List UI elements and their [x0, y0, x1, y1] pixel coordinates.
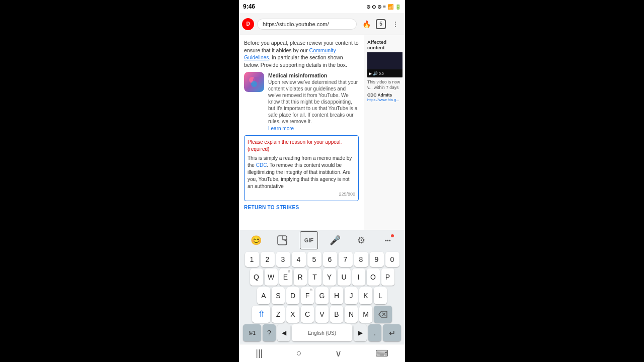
key-5[interactable]: 5 [307, 252, 321, 267]
key-p[interactable]: P [381, 268, 394, 286]
status-bar: 9:46 ⊙ ⊙ ⊙ ≡ 📶 🔋 [239, 0, 405, 13]
violation-box: Medical misinformation Upon review we've… [244, 72, 359, 133]
char-count: 225/800 [248, 191, 355, 198]
more-button[interactable]: ••• [379, 231, 397, 249]
enter-key[interactable]: ↵ [383, 324, 401, 341]
key-u[interactable]: U [338, 268, 351, 286]
video-url: https://www.fda.g... [367, 98, 402, 102]
violation-desc: Upon review we've determined that your c… [268, 79, 359, 125]
right-arrow-key[interactable]: ▶ [354, 324, 367, 341]
key-4[interactable]: 4 [292, 252, 306, 267]
key-e[interactable]: E@ [279, 268, 292, 286]
microphone-button[interactable]: 🎤 [326, 231, 344, 249]
asdf-row: A S D F% G H J K L [240, 287, 404, 304]
return-to-strikes-link[interactable]: RETURN TO STRIKES [244, 204, 359, 211]
key-g[interactable]: G [315, 287, 329, 304]
key-z[interactable]: Z [272, 306, 285, 323]
key-r[interactable]: R [294, 268, 307, 286]
key-7[interactable]: 7 [339, 252, 353, 267]
shift-key[interactable]: ⇧ [252, 306, 270, 323]
key-c[interactable]: C [301, 306, 314, 323]
video-thumbnail: ▶ 🔊 0:0 [367, 52, 403, 77]
key-x[interactable]: X [286, 306, 299, 323]
status-time: 9:46 [243, 3, 255, 10]
play-icon[interactable]: ▶ [369, 71, 372, 76]
question-key[interactable]: ? [263, 324, 276, 341]
qwerty-row: Q W E@ R T Y U I O P [240, 268, 404, 286]
menu-button[interactable]: ⋮ [389, 18, 402, 31]
key-j[interactable]: J [345, 287, 358, 304]
medical-misinformation-icon [248, 76, 260, 88]
svg-point-2 [251, 81, 257, 87]
video-status: This video is now v... within 7 days [367, 79, 402, 90]
violation-info: Medical misinformation Upon review we've… [268, 72, 359, 133]
phone-frame: 9:46 ⊙ ⊙ ⊙ ≡ 📶 🔋 D https://studio.youtub… [239, 0, 405, 362]
key-t[interactable]: T [308, 268, 321, 286]
violation-icon [244, 72, 264, 92]
bottom-row: !#1 ? ◀ English (US) ▶ . ↵ [240, 324, 404, 341]
zxcv-row: ⇧ Z X C V B N M [240, 306, 404, 323]
affected-content-title: Affected content [367, 39, 402, 50]
learn-more-link[interactable]: Learn more [268, 126, 294, 131]
recents-button[interactable]: ∨ [335, 348, 342, 359]
flame-button[interactable]: 🔥 [360, 18, 373, 31]
key-i[interactable]: I [352, 268, 365, 286]
tab-count[interactable]: 5 [376, 19, 386, 29]
gif-button[interactable]: GIF [300, 231, 318, 249]
key-m[interactable]: M [359, 306, 372, 323]
appeal-text: This is simply a reading from a memo mad… [248, 155, 355, 190]
key-k[interactable]: K [359, 287, 372, 304]
content-area: Before you appeal, please review your co… [239, 35, 405, 230]
browser-bar: D https://studio.youtube.com/ 🔥 5 ⋮ [239, 13, 405, 35]
keyboard-toolbar: 😊 GIF 🎤 ⚙ ••• [239, 230, 405, 250]
key-9[interactable]: 9 [370, 252, 384, 267]
right-panel: Affected content ▶ 🔊 0:0 This video is n… [364, 35, 405, 230]
period-key[interactable]: . [368, 324, 381, 341]
key-0[interactable]: 0 [385, 252, 399, 267]
key-y[interactable]: Y [323, 268, 336, 286]
key-h[interactable]: H [330, 287, 343, 304]
key-w[interactable]: W [265, 268, 278, 286]
number-row: 1 2 3 4 5 6 7 8 9 0 [240, 252, 404, 267]
keyboard-toggle[interactable]: ⌨ [375, 348, 388, 359]
key-o[interactable]: O [367, 268, 380, 286]
notification-dot [391, 234, 394, 237]
appeal-label: Please explain the reason for your appea… [248, 139, 355, 153]
key-f[interactable]: F% [301, 287, 314, 304]
sticker-button[interactable] [273, 231, 291, 249]
volume-icon[interactable]: 🔊 [373, 71, 378, 76]
key-b[interactable]: B [330, 306, 343, 323]
key-l[interactable]: L [374, 287, 387, 304]
key-6[interactable]: 6 [323, 252, 337, 267]
keyboard: 1 2 3 4 5 6 7 8 9 0 Q W E@ R T Y U I O P… [239, 250, 405, 344]
youtube-studio-icon: D [242, 18, 254, 30]
settings-button[interactable]: ⚙ [352, 231, 370, 249]
appeal-box[interactable]: Please explain the reason for your appea… [244, 135, 359, 201]
key-n[interactable]: N [345, 306, 358, 323]
emoji-button[interactable]: 😊 [247, 231, 265, 249]
key-2[interactable]: 2 [261, 252, 275, 267]
home-button[interactable]: ○ [296, 348, 302, 358]
url-bar[interactable]: https://studio.youtube.com/ [257, 19, 357, 30]
video-controls[interactable]: ▶ 🔊 0:0 [367, 69, 403, 77]
key-d[interactable]: D [286, 287, 299, 304]
video-channel: CDC Admits [367, 93, 402, 98]
left-arrow-key[interactable]: ◀ [277, 324, 290, 341]
key-a[interactable]: A [257, 287, 270, 304]
key-8[interactable]: 8 [354, 252, 368, 267]
main-panel: Before you appeal, please review your co… [239, 35, 364, 230]
key-1[interactable]: 1 [245, 252, 259, 267]
backspace-key[interactable] [374, 306, 392, 323]
cdc-link[interactable]: CDC [256, 162, 267, 168]
key-v[interactable]: V [315, 306, 329, 323]
symbols-key[interactable]: !#1 [243, 324, 261, 341]
intro-text: Before you appeal, please review your co… [244, 39, 359, 69]
video-time: 0:0 [379, 72, 384, 75]
key-s[interactable]: S [272, 287, 285, 304]
violation-title: Medical misinformation [268, 72, 359, 79]
space-key[interactable]: English (US) [292, 324, 352, 341]
key-3[interactable]: 3 [276, 252, 290, 267]
back-button[interactable]: ||| [256, 348, 263, 358]
nav-bar: ||| ○ ∨ ⌨ [239, 344, 405, 362]
key-q[interactable]: Q [250, 268, 263, 286]
